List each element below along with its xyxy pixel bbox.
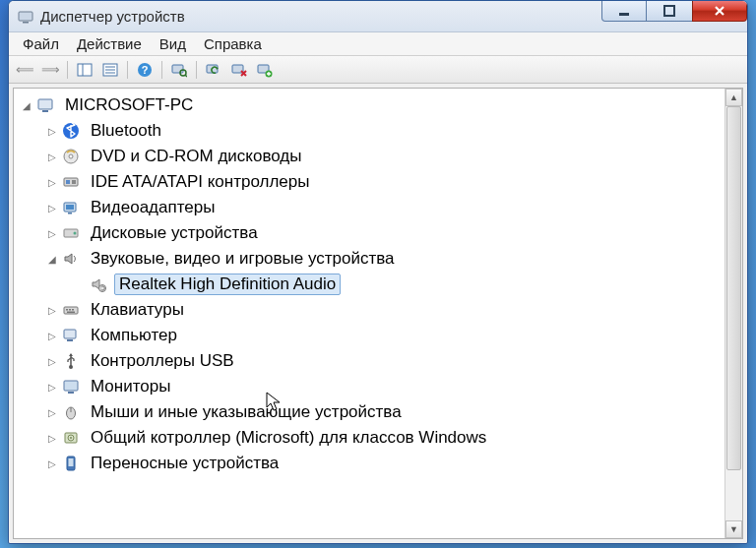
tree-category[interactable]: ▷ Дисковые устройства <box>18 220 724 246</box>
svg-rect-29 <box>66 205 74 210</box>
expand-icon[interactable]: ▷ <box>45 329 59 342</box>
list-icon <box>102 62 118 78</box>
tree-category-label: Видеоадаптеры <box>87 198 219 217</box>
properties-button[interactable] <box>98 59 122 81</box>
computer-icon <box>61 326 81 345</box>
svg-rect-36 <box>69 309 71 311</box>
tree-device-label: Realtek High Definition Audio <box>114 274 341 295</box>
uninstall-device-button[interactable] <box>227 59 251 81</box>
monitor-remove-icon <box>231 62 247 78</box>
expand-icon[interactable]: ▷ <box>45 457 59 470</box>
portable-device-icon <box>61 454 81 473</box>
monitor-icon <box>61 377 81 396</box>
menu-action[interactable]: Действие <box>69 33 150 54</box>
svg-rect-51 <box>69 458 74 466</box>
tree-category-label: Мыши и иные указывающие устройства <box>87 402 406 422</box>
tree-category-expanded[interactable]: ◢ Звуковые, видео и игровые устройства <box>18 246 724 272</box>
tree-category[interactable]: ▷ Компьютер <box>18 323 724 348</box>
titlebar[interactable]: Диспетчер устройств <box>9 1 747 32</box>
menu-help[interactable]: Справка <box>196 33 270 54</box>
svg-point-49 <box>70 437 72 439</box>
display-adapter-icon <box>61 198 81 217</box>
close-button[interactable] <box>692 0 747 22</box>
tree-category[interactable]: ▷ IDE ATA/ATAPI контроллеры <box>18 169 724 195</box>
svg-rect-30 <box>68 213 72 214</box>
minimize-button[interactable] <box>601 0 647 22</box>
expand-icon[interactable]: ▷ <box>45 380 59 394</box>
scroll-thumb[interactable] <box>726 106 741 470</box>
panel-icon <box>77 62 93 78</box>
svg-rect-4 <box>78 64 92 76</box>
tree-category[interactable]: ▷ Мониторы <box>18 374 724 399</box>
update-driver-button[interactable] <box>202 59 225 81</box>
svg-rect-39 <box>64 330 76 338</box>
monitor-refresh-icon <box>206 62 221 78</box>
tree-category[interactable]: ▷ Общий котроллер (Microsoft) для классо… <box>18 425 724 451</box>
tree-device-selected[interactable]: Realtek High Definition Audio <box>18 272 724 297</box>
toolbar-separator <box>196 61 197 79</box>
help-button[interactable]: ? <box>133 59 157 81</box>
keyboard-icon <box>61 300 81 320</box>
device-tree[interactable]: ◢ MICROSOFT-PC ▷ Bluetooth ▷ DVD и CD-RO… <box>14 89 724 538</box>
window-title: Диспетчер устройств <box>40 8 185 25</box>
bluetooth-icon <box>61 121 81 141</box>
scroll-down-button[interactable]: ▼ <box>725 520 742 538</box>
system-device-icon <box>61 428 81 448</box>
window-controls <box>601 0 747 24</box>
tree-root[interactable]: ◢ MICROSOFT-PC <box>18 92 724 118</box>
tree-category[interactable]: ▷ Контроллеры USB <box>18 348 724 374</box>
expand-icon[interactable]: ▷ <box>45 201 59 214</box>
device-manager-window: Диспетчер устройств Файл Действие Вид Сп… <box>8 0 748 544</box>
nav-forward-button[interactable]: ⟹ <box>38 59 62 81</box>
svg-rect-1 <box>23 22 29 24</box>
svg-rect-21 <box>42 110 48 112</box>
help-icon: ? <box>137 62 153 78</box>
tree-category-label: Переносные устройства <box>87 454 283 473</box>
expand-icon[interactable]: ▷ <box>45 303 59 317</box>
tree-category-label: Дисковые устройства <box>87 223 262 243</box>
tree-category[interactable]: ▷ Мыши и иные указывающие устройства <box>18 399 724 425</box>
tree-category[interactable]: ▷ Bluetooth <box>18 118 724 144</box>
enable-device-button[interactable] <box>253 59 277 81</box>
expand-icon[interactable]: ▷ <box>45 124 59 138</box>
toolbar-separator <box>161 61 162 79</box>
scan-hardware-button[interactable] <box>167 59 191 81</box>
svg-line-14 <box>185 75 187 77</box>
svg-rect-27 <box>72 180 76 184</box>
tree-category[interactable]: ▷ DVD и CD-ROM дисководы <box>18 144 724 169</box>
expand-icon[interactable]: ▷ <box>45 405 59 419</box>
collapse-icon[interactable]: ◢ <box>20 98 33 112</box>
toolbar-separator <box>127 61 128 79</box>
tree-category-label: IDE ATA/ATAPI контроллеры <box>87 172 313 192</box>
usb-icon <box>61 351 81 371</box>
expand-icon[interactable]: ▷ <box>45 431 59 445</box>
svg-rect-2 <box>619 13 629 16</box>
nav-back-button[interactable]: ⟸ <box>13 59 36 81</box>
sound-icon <box>61 249 81 269</box>
tree-category-label: Bluetooth <box>87 121 165 141</box>
expand-icon[interactable]: ▷ <box>45 226 59 240</box>
tree-category[interactable]: ▷ Клавиатуры <box>18 297 724 323</box>
vertical-scrollbar[interactable]: ▲ ▼ <box>724 89 742 538</box>
tree-category[interactable]: ▷ Переносные устройства <box>18 451 724 476</box>
tree-category-label: Контроллеры USB <box>87 351 238 371</box>
svg-text:?: ? <box>142 64 149 76</box>
svg-marker-42 <box>69 353 73 356</box>
scroll-track[interactable] <box>725 106 742 520</box>
arrow-right-icon: ⟹ <box>41 62 60 77</box>
collapse-icon[interactable]: ◢ <box>45 252 59 266</box>
tree-category[interactable]: ▷ Видеоадаптеры <box>18 195 724 220</box>
scroll-up-button[interactable]: ▲ <box>725 89 742 106</box>
mouse-icon <box>61 402 81 422</box>
svg-rect-44 <box>68 392 74 394</box>
toolbar-separator <box>67 61 68 79</box>
expand-icon[interactable]: ▷ <box>45 354 59 368</box>
menu-file[interactable]: Файл <box>15 33 67 54</box>
expand-icon[interactable]: ▷ <box>45 150 59 163</box>
maximize-button[interactable] <box>647 0 692 22</box>
ide-controller-icon <box>61 172 81 192</box>
menu-view[interactable]: Вид <box>152 33 194 54</box>
show-hidden-button[interactable] <box>73 59 96 81</box>
expand-icon[interactable]: ▷ <box>45 175 59 189</box>
svg-rect-37 <box>72 309 74 311</box>
